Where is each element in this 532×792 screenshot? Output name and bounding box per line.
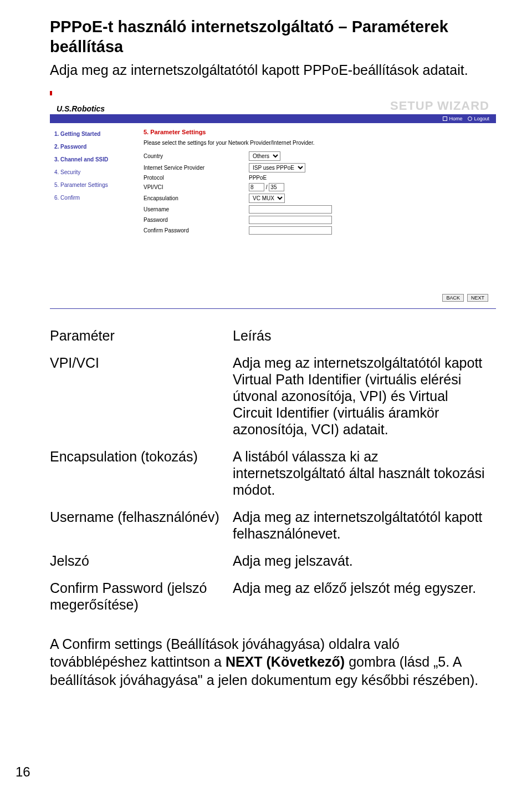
sidebar-step[interactable]: 1. Getting Started [54,131,131,137]
home-label: Home [449,116,462,121]
confirm-password-label: Confirm Password [144,227,249,233]
table-cell: Adja meg jelszavát. [233,550,493,577]
section-title: 5. Parameter Settings [144,129,488,135]
encap-select[interactable]: VC MUX [249,194,285,203]
encap-label: Encapsulation [144,195,249,201]
section-desc: Please select the settings for your Netw… [144,140,488,146]
brand-logo: U.S.Robotics [57,104,105,113]
protocol-label: Protocol [144,175,249,181]
setup-wizard-screenshot: U.S.Robotics SETUP WIZARD Home Logout 1.… [50,91,496,309]
table-cell: VPI/VCI [50,352,233,445]
page-heading: PPPoE-t használó internetszolgáltató – P… [50,17,493,57]
outro-text: A Confirm settings (Beállítások jóváhagy… [50,635,493,689]
wizard-main: 5. Parameter Settings Please select the … [136,123,496,290]
protocol-value: PPPoE [249,175,267,181]
vci-input[interactable] [269,183,284,191]
logout-link[interactable]: Logout [468,116,489,121]
logout-icon [468,116,472,121]
password-label: Password [144,217,249,223]
parameter-description-table: Paraméter Leírás VPI/VCI Adja meg az int… [50,324,493,621]
back-button[interactable]: BACK [442,294,464,302]
outro-bold: NEXT (Következő) [226,654,345,669]
sidebar-step[interactable]: 4. Security [54,169,131,175]
table-cell: Adja meg az internetszolgáltatótól kapot… [233,352,493,445]
confirm-password-input[interactable] [249,226,332,235]
wizard-sidebar: 1. Getting Started 2. Password 3. Channe… [50,123,136,290]
table-cell: Adja meg az előző jelszót még egyszer. [233,577,493,621]
username-input[interactable] [249,205,332,214]
table-header-param: Paraméter [50,324,233,352]
accent-tab [50,91,52,95]
wizard-title: SETUP WIZARD [390,99,489,113]
page-number: 16 [16,764,30,780]
table-cell: Username (felhasználónév) [50,506,233,550]
vpivci-label: VPI/VCI [144,184,249,190]
home-link[interactable]: Home [443,116,462,121]
sidebar-step[interactable]: 6. Confirm [54,195,131,201]
sidebar-step[interactable]: 5. Parameter Settings [54,182,131,188]
sidebar-step[interactable]: 2. Password [54,144,131,150]
header-links: Home Logout [50,114,496,123]
isp-select[interactable]: ISP uses PPPoE [249,163,305,172]
logout-label: Logout [474,116,489,121]
table-cell: Confirm Password (jelszó megerősítése) [50,577,233,621]
table-cell: Adja meg az internetszolgáltatótól kapot… [233,506,493,550]
password-input[interactable] [249,216,332,224]
country-select[interactable]: Others [249,151,280,161]
table-cell: Encapsulation (tokozás) [50,445,233,506]
next-button[interactable]: NEXT [467,294,488,302]
isp-label: Internet Service Provider [144,165,249,171]
table-cell: A listából válassza ki az internetszolgá… [233,445,493,506]
country-label: Country [144,153,249,159]
home-icon [443,116,447,121]
intro-text: Adja meg az internetszolgáltatótól kapot… [50,62,493,79]
table-header-desc: Leírás [233,324,493,352]
sidebar-step[interactable]: 3. Channel and SSID [54,156,131,163]
table-cell: Jelszó [50,550,233,577]
username-label: Username [144,206,249,212]
vpi-input[interactable] [249,183,264,191]
